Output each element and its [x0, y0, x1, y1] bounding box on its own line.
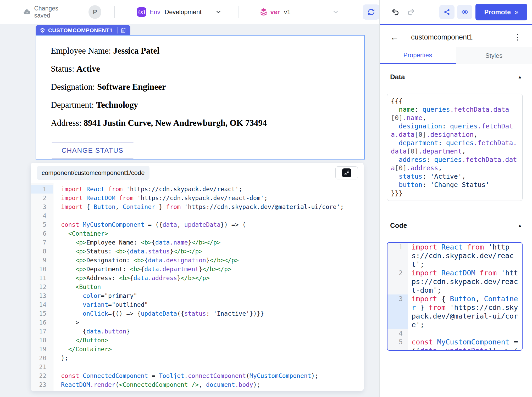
code-line[interactable]: t';	[387, 260, 522, 269]
code-line[interactable]: designation: queries.fetchDat	[391, 122, 519, 131]
preview-eye-button[interactable]	[457, 5, 472, 19]
promote-button[interactable]: Promote »	[475, 4, 527, 20]
custom-component-widget[interactable]: Employee Name: Jessica PatelStatus: Acti…	[36, 35, 365, 160]
code-text: <Container>	[53, 229, 108, 238]
code-line[interactable]: 21	[31, 362, 364, 371]
kebab-menu-icon[interactable]: ⋮	[514, 33, 522, 41]
share-button[interactable]	[439, 5, 455, 19]
code-line[interactable]: a.data[0].designation,	[391, 131, 519, 139]
code-line[interactable]: 10 <p>Department: <b>{data.department}</…	[31, 265, 364, 274]
field-row: Address: 8941 Justin Curve, New Andrewbu…	[51, 117, 364, 129]
code-line[interactable]: department: queries.fetchData.	[391, 139, 519, 147]
gear-icon[interactable]: ⚙	[40, 27, 45, 33]
code-line[interactable]: 5const MyCustomComponent =	[387, 338, 522, 346]
code-text: ({data, updateData}) => (	[408, 346, 518, 351]
collapse-editor-button[interactable]	[335, 166, 358, 179]
code-line[interactable]: ps://cdn.skypack.dev/reac	[387, 277, 522, 286]
canvas[interactable]: ⚙ CUSTOMCOMPONENT1 Employee Name: Jessic…	[0, 24, 532, 397]
env-selector[interactable]: Development	[165, 8, 202, 16]
section-divider	[380, 214, 532, 214]
code-line[interactable]: 17 {data.button}	[31, 327, 364, 336]
back-arrow-icon[interactable]: ←	[390, 33, 399, 42]
code-line[interactable]: 2import ReactDOM from 'htt	[387, 269, 522, 277]
code-text: const MyCustomComponent = ({data, update…	[53, 220, 246, 229]
code-line[interactable]: 4	[387, 329, 522, 338]
code-line[interactable]: 5const MyCustomComponent = ({data, updat…	[31, 220, 364, 229]
code-line[interactable]: 22const ConnectedComponent = Tooljet.con…	[31, 371, 364, 380]
code-line[interactable]: t-dom';	[387, 286, 522, 294]
code-line[interactable]: 23ReactDOM.render(<ConnectedComponent />…	[31, 380, 364, 389]
code-line[interactable]: [0].name,	[391, 114, 519, 122]
code-text: import React from 'http	[408, 243, 509, 251]
line-number: 17	[31, 327, 53, 336]
code-line[interactable]: status: 'Active',	[391, 172, 519, 181]
main-code-editor[interactable]: 1import React from 'https://cdn.skypack.…	[31, 183, 364, 391]
code-line[interactable]: }}}	[391, 189, 519, 197]
line-number: 21	[31, 362, 53, 371]
line-number: 22	[31, 371, 53, 380]
code-text: import ReactDOM from 'https://cdn.skypac…	[53, 194, 268, 202]
code-line[interactable]: 2import ReactDOM from 'https://cdn.skypa…	[31, 194, 364, 202]
code-line[interactable]: 11 <p>Address: <b>{data.address}</b></p>	[31, 274, 364, 282]
code-line[interactable]: 19 </Container>	[31, 345, 364, 354]
trash-icon[interactable]	[120, 27, 126, 33]
code-line[interactable]: 15 onClick={() => {updateData({status: '…	[31, 309, 364, 318]
code-line[interactable]: 8 <p>Status: <b>{data.status}</b></p>	[31, 247, 364, 256]
tab-properties[interactable]: Properties	[380, 47, 456, 64]
change-status-button[interactable]: CHANGE STATUS	[51, 143, 134, 158]
code-line[interactable]: 4	[31, 211, 364, 220]
line-number	[387, 277, 408, 286]
code-line[interactable]: ({data, updateData}) => (	[387, 346, 522, 351]
code-line[interactable]: s://cdn.skypack.dev/reac	[387, 251, 522, 260]
code-line[interactable]: 6 <Container>	[31, 229, 364, 238]
code-line[interactable]: 1import React from 'http	[387, 243, 522, 251]
code-line[interactable]: 18 </Button>	[31, 336, 364, 345]
code-line[interactable]: address: queries.fetchData.dat	[391, 156, 519, 164]
code-line[interactable]: button: 'Change Status'	[391, 181, 519, 189]
env-label: Env	[149, 8, 160, 16]
code-line[interactable]: 3import { Button, Containe	[387, 294, 522, 303]
collapse-triangle-icon[interactable]: ▲	[518, 223, 522, 228]
code-line[interactable]: a[0].address,	[391, 164, 519, 172]
code-line[interactable]: 12 <Button	[31, 282, 364, 291]
refresh-button[interactable]	[363, 4, 379, 20]
code-line[interactable]: 20);	[31, 354, 364, 362]
inspector-title: customcomponent1	[411, 33, 473, 41]
code-line[interactable]: r } from 'https://cdn.sky	[387, 303, 522, 312]
version-layers-icon	[259, 7, 268, 17]
line-number: 23	[31, 380, 53, 389]
field-label: Employee Name:	[51, 46, 113, 55]
avatar[interactable]: P	[88, 5, 101, 19]
field-row: Employee Name: Jessica Patel	[51, 45, 364, 56]
code-line[interactable]: {{{	[391, 97, 519, 105]
code-line[interactable]: 14 variant="outlined"	[31, 300, 364, 309]
data-fx-editor[interactable]: {{{ name: queries.fetchData.data[0].name…	[387, 94, 523, 201]
field-value: Jessica Patel	[113, 46, 159, 55]
code-text: import React from 'https://cdn.skypack.d…	[53, 185, 242, 194]
inspector-code-editor[interactable]: 1import React from 'https://cdn.skypack.…	[387, 242, 523, 351]
toolbar-left: Changes saved P {x} Env Development ver …	[0, 0, 379, 24]
redo-button[interactable]	[407, 8, 415, 16]
code-line[interactable]: 16 >	[31, 318, 364, 327]
code-text: s://cdn.skypack.dev/reac	[408, 251, 514, 260]
code-text: <Button	[53, 282, 101, 291]
code-text	[53, 362, 61, 371]
code-line[interactable]: 3import { Button, Container } from 'http…	[31, 202, 364, 211]
code-line[interactable]: 1import React from 'https://cdn.skypack.…	[31, 185, 364, 194]
code-line[interactable]: 9 <p>Designation: <b>{data.designation}<…	[31, 256, 364, 265]
chevron-down-icon[interactable]	[215, 9, 222, 15]
undo-icon	[391, 8, 400, 16]
code-line[interactable]: e';	[387, 320, 522, 329]
code-line[interactable]: name: queries.fetchData.data	[391, 105, 519, 114]
code-line[interactable]: pack.dev/@material-ui/cor	[387, 312, 522, 320]
tab-styles[interactable]: Styles	[456, 47, 532, 64]
code-line[interactable]: 7 <p>Employee Name: <b>{data.name}</b></…	[31, 238, 364, 247]
code-line[interactable]: 13 color="primary"	[31, 291, 364, 300]
code-text: button: 'Change Status'	[391, 181, 489, 189]
chevron-down-icon[interactable]	[332, 8, 339, 16]
collapse-triangle-icon[interactable]: ▲	[518, 75, 522, 80]
component-tag[interactable]: ⚙ CUSTOMCOMPONENT1	[36, 25, 130, 35]
code-line[interactable]: data[0].department,	[391, 147, 519, 156]
undo-button[interactable]	[391, 8, 400, 16]
version-selector[interactable]: v1	[284, 8, 291, 16]
